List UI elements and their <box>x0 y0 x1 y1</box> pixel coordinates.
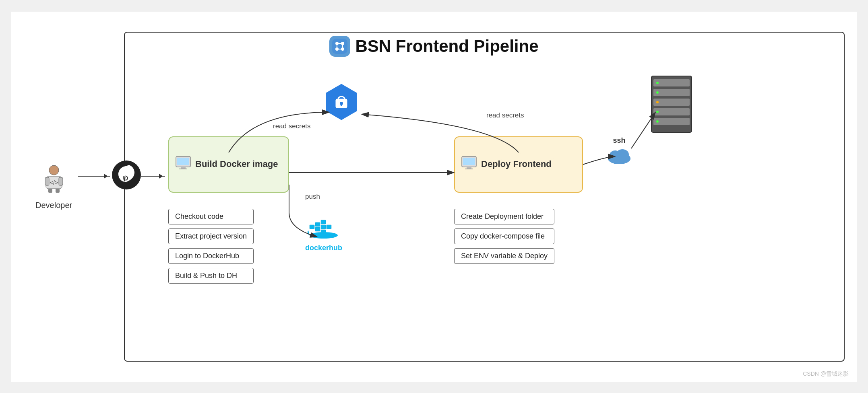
arrow-github-to-pipeline <box>141 176 165 177</box>
svg-rect-21 <box>463 158 475 165</box>
github-circle <box>112 160 141 189</box>
left-steps: Checkout code Extract project version Lo… <box>168 209 254 284</box>
build-docker-label: Build Docker image <box>195 158 278 170</box>
secrets-label-right: read secrets <box>486 111 524 119</box>
deploy-frontend-label: Deploy Frontend <box>481 158 552 170</box>
server-area <box>647 72 696 138</box>
svg-rect-32 <box>321 225 326 229</box>
svg-rect-13 <box>59 177 63 185</box>
canvas: BSN Frontend Pipeline </> Developer <box>11 12 857 382</box>
svg-rect-18 <box>181 167 186 169</box>
secrets-label-left: read secrets <box>273 122 311 130</box>
svg-rect-15 <box>56 189 60 193</box>
svg-point-49 <box>656 111 659 113</box>
svg-rect-29 <box>315 222 320 226</box>
build-docker-box: Build Docker image <box>168 136 289 193</box>
svg-rect-42 <box>653 89 690 96</box>
svg-rect-0 <box>332 39 347 54</box>
deploy-frontend-box: Deploy Frontend <box>454 136 583 193</box>
cloud-icon <box>607 146 631 166</box>
vault-hexagon <box>323 84 360 120</box>
developer-section: </> Developer <box>35 165 72 210</box>
page-title: BSN Frontend Pipeline <box>355 37 538 56</box>
ssh-area: ssh <box>607 136 631 166</box>
developer-label: Developer <box>35 201 72 210</box>
svg-point-39 <box>608 153 630 164</box>
svg-rect-31 <box>321 220 326 224</box>
svg-point-35 <box>310 232 338 239</box>
docker-logo <box>308 217 340 241</box>
svg-text:</>: </> <box>50 179 58 186</box>
pipeline-icon <box>329 36 350 57</box>
step-set-env-deploy: Set ENV variable & Deploy <box>454 248 554 264</box>
ssh-label: ssh <box>613 136 625 145</box>
step-checkout-code: Checkout code <box>168 209 254 224</box>
pipeline-box <box>124 32 845 362</box>
svg-rect-34 <box>327 225 331 229</box>
svg-rect-27 <box>341 103 342 106</box>
right-steps: Create Deployment folder Copy docker-com… <box>454 209 554 264</box>
monitor-icon-deploy <box>461 156 477 173</box>
svg-rect-30 <box>315 227 320 231</box>
svg-rect-17 <box>177 158 189 165</box>
step-build-push: Build & Push to DH <box>168 268 254 284</box>
monitor-icon-build <box>175 156 191 173</box>
step-copy-docker-compose: Copy docker-compose file <box>454 228 554 244</box>
step-login-dockerhub: Login to DockerHub <box>168 248 254 264</box>
svg-rect-43 <box>653 99 690 106</box>
developer-icon: </> <box>42 165 66 198</box>
svg-rect-28 <box>310 225 314 229</box>
vault-icon-wrap <box>323 84 360 120</box>
dockerhub-area: dockerhub <box>305 217 342 252</box>
svg-point-50 <box>656 120 659 123</box>
svg-rect-12 <box>45 177 49 185</box>
title-area: BSN Frontend Pipeline <box>11 36 857 57</box>
push-label: push <box>305 193 320 201</box>
svg-point-9 <box>49 165 59 175</box>
svg-rect-45 <box>653 118 690 125</box>
svg-point-47 <box>656 91 659 94</box>
svg-rect-19 <box>179 169 187 169</box>
arrow-dev-to-github <box>78 176 110 177</box>
watermark: CSDN @雪域迷影 <box>803 370 849 378</box>
github-icon <box>112 160 141 189</box>
svg-rect-44 <box>653 108 690 115</box>
svg-point-48 <box>656 101 659 103</box>
svg-point-46 <box>656 82 659 84</box>
svg-rect-22 <box>467 167 471 169</box>
step-extract-version: Extract project version <box>168 228 254 244</box>
step-create-deployment: Create Deployment folder <box>454 209 554 224</box>
dockerhub-label: dockerhub <box>305 244 342 252</box>
svg-rect-41 <box>653 79 690 86</box>
svg-rect-23 <box>465 169 473 169</box>
svg-rect-14 <box>48 189 52 193</box>
